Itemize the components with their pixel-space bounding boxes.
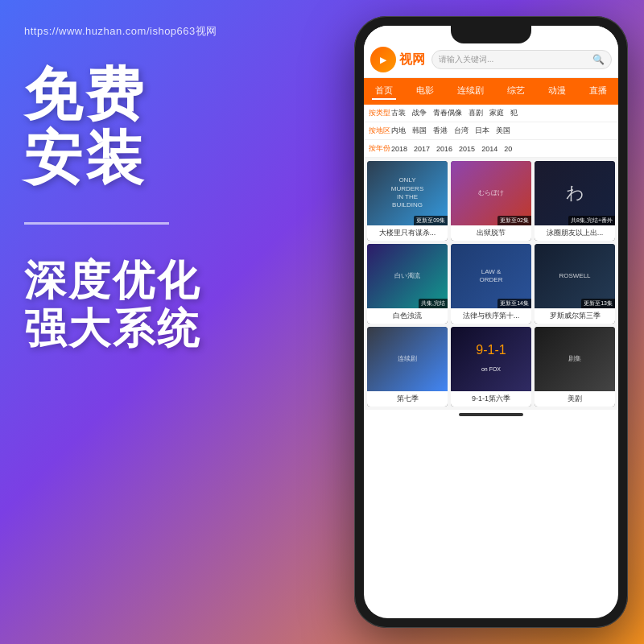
filter-type-xiju[interactable]: 喜剧 bbox=[469, 108, 483, 118]
filter-type-items: 古装 战争 青春偶像 喜剧 家庭 犯 bbox=[391, 108, 518, 118]
poster-text-5: LAW &ORDER bbox=[477, 265, 506, 288]
left-panel: https://www.huzhan.com/ishop663视网 免费 安装 … bbox=[24, 0, 258, 644]
filter-type-jiating[interactable]: 家庭 bbox=[489, 108, 504, 118]
phone-shell: ▶ 视网 请输入关键词... 🔍 首页 电影 连续剧 综艺 动漫 直播 bbox=[354, 16, 628, 628]
movie-poster-8: 9-1-1on FOX bbox=[451, 327, 531, 391]
movie-title-7: 第七季 bbox=[367, 391, 448, 407]
filter-type-guzhuang[interactable]: 古装 bbox=[391, 108, 406, 118]
filter-region-neidi[interactable]: 内地 bbox=[391, 126, 406, 136]
search-bar[interactable]: 请输入关键词... 🔍 bbox=[431, 50, 612, 69]
divider bbox=[24, 222, 169, 225]
movie-badge-5: 更新至14集 bbox=[497, 299, 531, 308]
filter-region-riben[interactable]: 日本 bbox=[475, 126, 489, 136]
phone-screen: ▶ 视网 请输入关键词... 🔍 首页 电影 连续剧 综艺 动漫 直播 bbox=[364, 26, 618, 618]
filter-year-2017[interactable]: 2017 bbox=[414, 145, 430, 153]
poster-text-7: 连续剧 bbox=[394, 352, 420, 366]
logo-circle: ▶ bbox=[370, 47, 396, 72]
nav-anime[interactable]: 动漫 bbox=[545, 83, 569, 100]
movie-poster-3: わ 共8集,完结+番外 bbox=[535, 161, 615, 225]
movie-card-1[interactable]: ONLYMURDERSIN THEBUILDING 更新至09集 大楼里只有谋杀… bbox=[367, 161, 448, 241]
movie-title-6: 罗斯威尔第三季 bbox=[535, 308, 615, 324]
movie-card-9[interactable]: 剧集 美剧 bbox=[535, 327, 615, 407]
movie-card-4[interactable]: 白い濁流 共集,完结 白色浊流 bbox=[367, 244, 448, 324]
app-logo: ▶ 视网 bbox=[370, 47, 425, 72]
filter-type-qingchun[interactable]: 青春偶像 bbox=[433, 108, 462, 118]
movie-poster-4: 白い濁流 共集,完结 bbox=[367, 244, 448, 308]
filter-year-2014[interactable]: 2014 bbox=[481, 145, 497, 153]
movie-poster-6: ROSWELL 更新至13集 bbox=[535, 244, 615, 308]
filter-region-hanguo[interactable]: 韩国 bbox=[412, 126, 427, 136]
movie-poster-1: ONLYMURDERSIN THEBUILDING 更新至09集 bbox=[367, 161, 448, 225]
poster-text-1: ONLYMURDERSIN THEBUILDING bbox=[388, 173, 427, 213]
poster-text-2: むらぼけ bbox=[475, 186, 507, 200]
filter-year-2015[interactable]: 2015 bbox=[459, 145, 475, 153]
movie-poster-9: 剧集 bbox=[535, 327, 615, 391]
poster-text-8: 9-1-1on FOX bbox=[473, 339, 509, 379]
movie-card-5[interactable]: LAW &ORDER 更新至14集 法律与秩序第十... bbox=[451, 244, 531, 324]
movie-poster-7: 连续剧 bbox=[367, 327, 448, 391]
filter-region-row: 按地区 内地 韩国 香港 台湾 日本 美国 bbox=[364, 122, 618, 140]
movie-badge-2: 更新至02集 bbox=[497, 216, 531, 225]
filter-year-row: 按年份 2018 2017 2016 2015 2014 20 bbox=[364, 140, 618, 158]
movie-title-4: 白色浊流 bbox=[367, 308, 448, 324]
filter-year-2018[interactable]: 2018 bbox=[391, 145, 407, 153]
movie-card-6[interactable]: ROSWELL 更新至13集 罗斯威尔第三季 bbox=[535, 244, 615, 324]
movie-badge-6: 更新至13集 bbox=[581, 299, 615, 308]
filter-region-items: 内地 韩国 香港 台湾 日本 美国 bbox=[391, 126, 510, 136]
movie-poster-5: LAW &ORDER 更新至14集 bbox=[451, 244, 531, 308]
filter-type-row: 按类型 古装 战争 青春偶像 喜剧 家庭 犯 bbox=[364, 105, 618, 122]
logo-icon: ▶ bbox=[380, 56, 386, 64]
filter-year-2016[interactable]: 2016 bbox=[436, 145, 452, 153]
title-line2: 安装 bbox=[24, 126, 258, 190]
movie-title-9: 美剧 bbox=[535, 391, 615, 407]
search-placeholder-text: 请输入关键词... bbox=[439, 54, 592, 65]
movie-title-3: 泳圈朋友以上出... bbox=[535, 225, 615, 241]
movie-title-5: 法律与秩序第十... bbox=[451, 308, 531, 324]
phone-mockup: ▶ 视网 请输入关键词... 🔍 首页 电影 连续剧 综艺 动漫 直播 bbox=[354, 16, 628, 628]
filter-region-label: 按地区 bbox=[369, 126, 391, 136]
movie-card-3[interactable]: わ 共8集,完结+番外 泳圈朋友以上出... bbox=[535, 161, 615, 241]
nav-movie[interactable]: 电影 bbox=[413, 83, 437, 100]
filter-type-zhanzhen[interactable]: 战争 bbox=[412, 108, 427, 118]
subtitle-line2: 强大系统 bbox=[24, 305, 258, 353]
nav-bar: 首页 电影 连续剧 综艺 动漫 直播 bbox=[364, 78, 618, 105]
filter-year-items: 2018 2017 2016 2015 2014 20 bbox=[391, 145, 512, 153]
filter-year-label: 按年份 bbox=[369, 143, 391, 154]
movie-card-2[interactable]: むらぼけ 更新至02集 出狱脱节 bbox=[451, 161, 531, 241]
movie-poster-2: むらぼけ 更新至02集 bbox=[451, 161, 531, 225]
subtitle-line1: 深度优化 bbox=[24, 257, 258, 305]
poster-text-4: 白い濁流 bbox=[391, 269, 423, 283]
filter-type-label: 按类型 bbox=[369, 108, 391, 118]
nav-home[interactable]: 首页 bbox=[372, 83, 396, 100]
nav-variety[interactable]: 综艺 bbox=[504, 83, 528, 100]
filter-year-more[interactable]: 20 bbox=[504, 145, 512, 153]
movie-card-8[interactable]: 9-1-1on FOX 9-1-1第六季 bbox=[451, 327, 531, 407]
search-icon[interactable]: 🔍 bbox=[592, 54, 605, 65]
phone-notch bbox=[451, 26, 531, 43]
movie-title-2: 出狱脱节 bbox=[451, 225, 531, 241]
nav-series[interactable]: 连续剧 bbox=[454, 83, 487, 100]
poster-text-3: わ bbox=[563, 179, 588, 208]
filter-region-taiwan[interactable]: 台湾 bbox=[454, 126, 469, 136]
movie-title-8: 9-1-1第六季 bbox=[451, 391, 531, 407]
poster-text-9: 剧集 bbox=[565, 352, 584, 366]
url-text: https://www.huzhan.com/ishop663视网 bbox=[24, 24, 258, 39]
content-grid: ONLYMURDERSIN THEBUILDING 更新至09集 大楼里只有谋杀… bbox=[364, 158, 618, 410]
filter-region-meiguo[interactable]: 美国 bbox=[496, 126, 510, 136]
title-line1: 免费 bbox=[24, 63, 258, 126]
movie-card-7[interactable]: 连续剧 第七季 bbox=[367, 327, 448, 407]
movie-badge-1: 更新至09集 bbox=[414, 216, 448, 225]
movie-badge-3: 共8集,完结+番外 bbox=[568, 216, 615, 225]
movie-title-1: 大楼里只有谋杀... bbox=[367, 225, 448, 241]
poster-text-6: ROSWELL bbox=[555, 269, 593, 283]
filter-type-fan[interactable]: 犯 bbox=[510, 108, 518, 118]
movie-badge-4: 共集,完结 bbox=[419, 299, 448, 308]
logo-text: 视网 bbox=[399, 52, 425, 68]
nav-live[interactable]: 直播 bbox=[586, 83, 610, 100]
home-bar bbox=[459, 413, 523, 416]
filter-region-xianggang[interactable]: 香港 bbox=[433, 126, 448, 136]
